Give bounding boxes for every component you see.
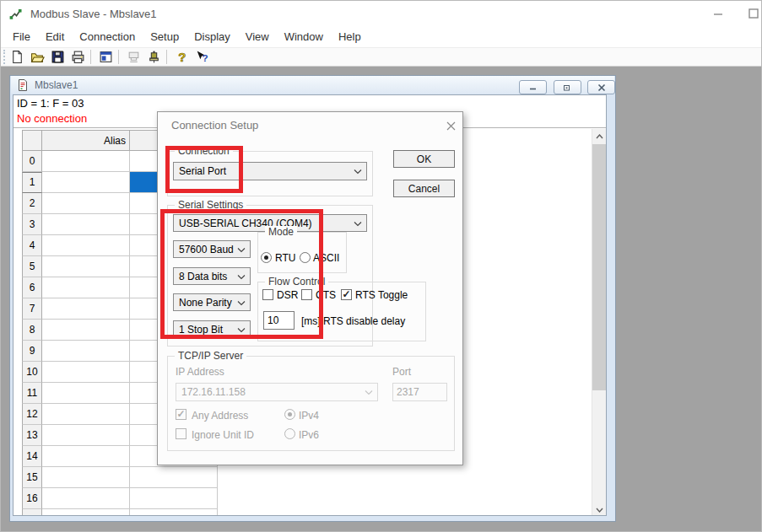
value-cell[interactable] [130,488,218,509]
annotation-box-serial [160,209,323,339]
row-header-cell[interactable]: 8 [22,320,42,341]
alias-cell[interactable] [42,172,130,193]
communication-traffic-icon [127,50,141,64]
alias-cell[interactable] [42,320,130,341]
save-button[interactable] [49,49,67,65]
alias-cell[interactable] [42,235,130,256]
value-cell[interactable] [130,509,218,516]
menu-file[interactable]: File [5,26,38,47]
row-header-cell[interactable]: 16 [22,488,42,509]
toolbar-separator [90,50,91,64]
alias-cell[interactable] [42,214,130,235]
menu-connection[interactable]: Connection [72,26,143,47]
alias-cell[interactable] [42,298,130,320]
ip-address-label: IP Address [176,366,224,378]
menu-view[interactable]: View [238,26,277,47]
scroll-down-button[interactable] [592,502,607,516]
alias-cell[interactable] [42,193,130,214]
chevron-down-icon [354,169,362,175]
ok-button-label: OK [417,153,431,165]
row-header-cell[interactable]: 4 [22,235,42,256]
toolbar: ? ? [1,47,762,67]
child-minimize-button[interactable] [519,80,547,94]
row-header-cell[interactable]: 15 [22,467,42,488]
row-header-cell[interactable]: 13 [22,425,42,446]
rts-toggle-checkbox-label: RTS Toggle [355,289,408,301]
row-header-cell[interactable]: 7 [22,298,42,320]
new-file-button[interactable] [8,49,26,65]
ipv4-radio [284,409,295,420]
cancel-button-label: Cancel [408,183,440,195]
menu-window[interactable]: Window [277,26,331,47]
alias-cell[interactable] [42,425,130,446]
ok-button[interactable]: OK [393,150,455,168]
maximize-icon [748,8,759,19]
row-header-cell[interactable]: 12 [22,404,42,425]
table-row: 16 [22,488,218,509]
new-file-icon [10,50,24,64]
open-file-button[interactable] [29,49,46,65]
alias-column-header[interactable]: Alias [42,130,130,151]
child-close-button[interactable] [587,80,615,94]
app-title: Modbus Slave - Mbslave1 [30,8,157,20]
connection-setup-dialog: Connection Setup Connection Serial Port … [157,111,463,465]
cancel-button[interactable]: Cancel [393,180,455,197]
value-cell[interactable] [130,467,218,488]
alias-cell[interactable] [42,467,130,488]
device-icon [147,50,161,64]
row-header-cell[interactable]: 2 [22,193,42,214]
scroll-up-button[interactable] [592,129,607,143]
save-icon [51,50,65,64]
tcpip-server-group-label: TCP/IP Server [175,350,246,362]
alias-cell[interactable] [42,488,130,509]
row-header-cell[interactable]: 14 [22,446,42,467]
chevron-down-icon [365,390,373,395]
menu-display[interactable]: Display [186,26,238,47]
display-setup-button[interactable] [97,49,115,65]
dialog-close-button[interactable] [445,120,457,132]
rts-toggle-checkbox[interactable]: ✓ [341,289,352,300]
row-header-cell[interactable]: 1 [22,172,42,193]
print-button[interactable] [69,49,87,65]
row-header-cell[interactable]: 9 [22,341,42,362]
alias-cell[interactable] [42,404,130,425]
alias-cell[interactable] [42,277,130,298]
alias-cell[interactable] [42,151,130,172]
app-window: Modbus Slave - Mbslave1 File Edit Connec… [0,0,762,532]
grid-corner-header[interactable] [22,130,42,151]
ignore-unit-id-checkbox [176,428,186,439]
row-header-cell[interactable]: 10 [22,362,42,383]
device-button[interactable] [145,49,163,65]
minimize-button[interactable] [701,1,735,26]
menu-help[interactable]: Help [331,26,369,47]
port-label: Port [392,366,411,378]
menu-setup[interactable]: Setup [143,26,186,47]
maximize-button[interactable] [737,1,762,26]
vertical-scrollbar[interactable] [592,129,606,516]
row-header-cell[interactable]: 11 [22,383,42,404]
annotation-box-connection [165,146,243,193]
menu-edit[interactable]: Edit [38,26,72,47]
ipv6-radio [284,428,295,439]
row-header-cell[interactable]: 0 [22,151,42,172]
document-titlebar[interactable]: Mbslave1 [11,76,614,94]
row-header-cell[interactable]: 5 [22,256,42,277]
row-header-cell[interactable]: 6 [22,277,42,298]
alias-cell[interactable] [42,509,130,516]
row-header-cell[interactable]: 3 [22,214,42,235]
alias-cell[interactable] [42,446,130,467]
alias-cell[interactable] [42,341,130,362]
alias-cell[interactable] [42,362,130,383]
chevron-down-icon [596,508,603,513]
scrollbar-thumb[interactable] [592,144,607,390]
chevron-up-icon [596,134,603,139]
child-restore-button[interactable] [554,80,581,94]
ip-address-value: 172.16.11.158 [181,386,246,398]
communication-traffic-button[interactable] [125,49,143,65]
row-header-cell[interactable]: 17 [22,509,42,516]
context-help-button[interactable]: ? [193,49,211,65]
toolbar-separator [166,50,167,64]
alias-cell[interactable] [42,256,130,277]
alias-cell[interactable] [42,383,130,404]
help-button[interactable]: ? [173,49,191,65]
